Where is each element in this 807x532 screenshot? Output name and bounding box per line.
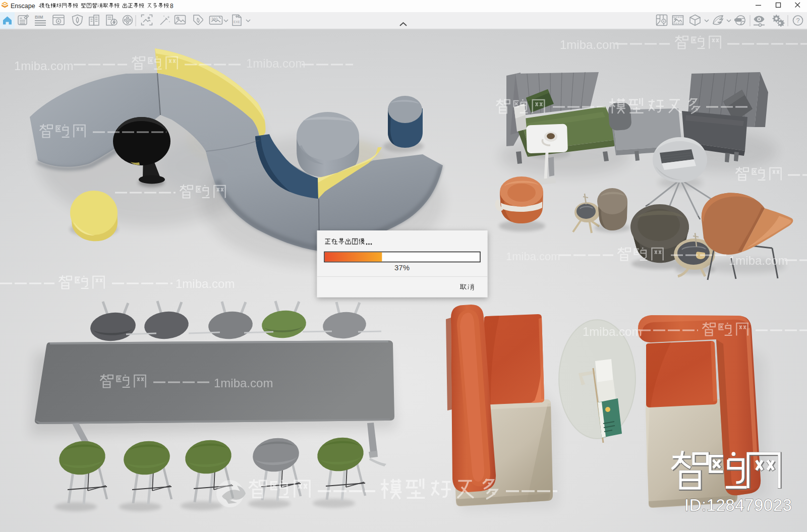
svg-text:1miba.com: 1miba.com — [14, 59, 73, 73]
svg-text:EXE: EXE — [234, 20, 241, 24]
svg-text:?: ? — [796, 17, 800, 24]
svg-text:ID:128479023: ID:128479023 — [684, 496, 792, 514]
svg-text:1miba.com: 1miba.com — [246, 56, 305, 70]
svg-text:1miba.com: 1miba.com — [560, 38, 619, 51]
svg-text:1miba.com: 1miba.com — [506, 250, 560, 263]
svg-text:1miba.com: 1miba.com — [729, 254, 788, 267]
svg-text:8: 8 — [170, 3, 174, 10]
svg-text:1miba.com: 1miba.com — [176, 277, 235, 290]
svg-text:BIM: BIM — [35, 15, 43, 20]
svg-text:1miba.com: 1miba.com — [214, 376, 273, 390]
svg-text:1miba.com: 1miba.com — [583, 325, 642, 338]
svg-text:37%: 37% — [394, 263, 410, 272]
svg-text:Enscape -: Enscape - — [11, 3, 41, 10]
